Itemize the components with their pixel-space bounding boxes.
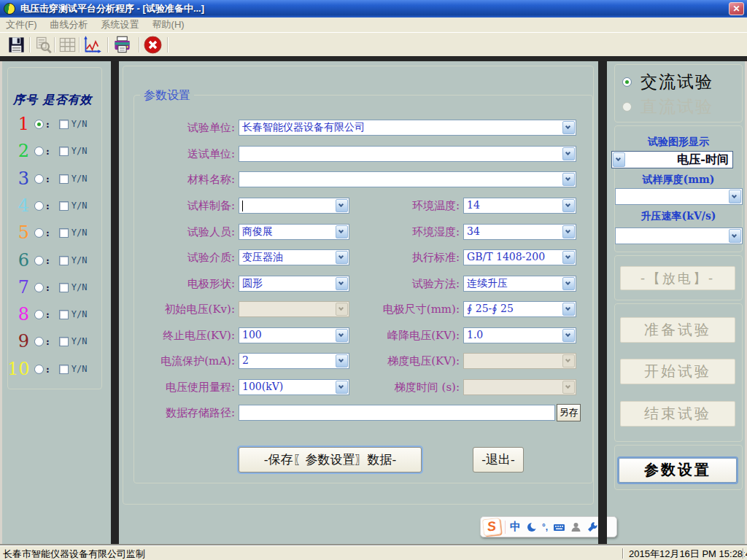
valid-checkbox[interactable]	[59, 310, 69, 319]
valid-checkbox[interactable]	[59, 283, 69, 292]
sending-unit-combobox[interactable]	[239, 146, 576, 162]
current-protection-combobox[interactable]: 2	[239, 353, 349, 369]
sequence-radio[interactable]	[34, 120, 44, 129]
material-name-label: 材料名称:	[130, 171, 235, 187]
standard-combobox[interactable]: GB/T 1408-200	[463, 249, 576, 265]
chevron-down-icon[interactable]	[729, 190, 741, 203]
chevron-down-icon[interactable]	[613, 152, 625, 167]
ac-test-radio[interactable]	[622, 77, 632, 87]
punctuation-icon[interactable]: °,	[542, 522, 548, 532]
stop-icon[interactable]	[143, 35, 163, 55]
ramp-rate-combobox[interactable]	[615, 228, 743, 244]
ime-separator	[505, 521, 506, 534]
sequence-radio[interactable]	[34, 201, 44, 211]
dc-test-label: 直流试验	[640, 96, 713, 118]
electrode-shape-label: 电极形状:	[130, 276, 235, 292]
close-icon[interactable]: ✕	[729, 2, 744, 15]
humidity-combobox[interactable]: 34	[463, 224, 576, 240]
chevron-down-icon[interactable]	[562, 277, 575, 290]
ambient-temp-combobox[interactable]: 14	[463, 198, 576, 214]
person-icon[interactable]	[570, 521, 581, 533]
sequence-radio[interactable]	[34, 337, 44, 346]
menu-item-system-settings[interactable]: 系统设置	[101, 18, 139, 31]
valid-checkbox[interactable]	[59, 174, 69, 184]
electrode-shape-combobox[interactable]: 圆形	[239, 276, 349, 292]
graph-type-combobox[interactable]: 电压-时间	[611, 151, 733, 168]
chevron-down-icon[interactable]	[562, 173, 575, 186]
sequence-radio[interactable]	[34, 310, 44, 319]
sequence-radio[interactable]	[34, 256, 44, 265]
print-icon[interactable]	[112, 35, 132, 55]
sequence-radio[interactable]	[34, 365, 44, 374]
colon: :	[46, 255, 50, 266]
save-as-button[interactable]: 另存	[557, 404, 581, 421]
moon-icon[interactable]	[526, 521, 538, 533]
sample-thickness-combobox[interactable]	[615, 188, 743, 205]
valid-checkbox[interactable]	[59, 256, 69, 265]
initial-voltage-label: 初始电压(Kv):	[130, 301, 235, 317]
valid-checkbox[interactable]	[59, 120, 69, 129]
chevron-down-icon[interactable]	[562, 329, 575, 342]
save-icon[interactable]	[7, 35, 26, 55]
chinese-mode-icon[interactable]: 中	[510, 520, 521, 534]
valid-label: Y/N	[71, 119, 88, 129]
colon: :	[46, 119, 50, 130]
sequence-number: 10	[7, 359, 29, 378]
combobox-value	[619, 228, 727, 244]
menu-item-file[interactable]: 文件(F)	[6, 18, 37, 31]
test-unit-combobox[interactable]: 长春智能仪器设备有限公司	[239, 120, 576, 136]
sequence-radio[interactable]	[34, 283, 44, 292]
sequence-radio[interactable]	[34, 174, 44, 184]
sequence-radio[interactable]	[34, 228, 44, 238]
end-voltage-label: 终止电压(KV):	[130, 327, 235, 343]
print-preview-icon[interactable]	[33, 35, 53, 55]
electrode-size-combobox[interactable]: ∮ 25-∮ 25	[463, 301, 576, 317]
sogou-logo-icon[interactable]: S	[482, 518, 501, 536]
dc-test-radio	[622, 102, 632, 112]
test-medium-combobox[interactable]: 变压器油	[239, 249, 349, 265]
valid-checkbox[interactable]	[59, 337, 69, 346]
operator-combobox[interactable]: 商俊展	[239, 224, 349, 240]
chevron-down-icon[interactable]	[562, 199, 575, 212]
chevron-down-icon[interactable]	[562, 147, 575, 160]
chevron-down-icon[interactable]	[562, 225, 575, 238]
curve-chart-icon[interactable]	[82, 35, 102, 55]
initial-voltage-combobox	[239, 301, 349, 317]
chevron-down-icon[interactable]	[336, 277, 348, 290]
menu-item-curve-analysis[interactable]: 曲线分析	[50, 18, 88, 31]
peak-drop-voltage-combobox[interactable]: 1.0	[463, 327, 576, 343]
keyboard-icon[interactable]	[553, 521, 565, 533]
voltage-range-combobox[interactable]: 100(kV)	[239, 379, 349, 395]
chevron-down-icon[interactable]	[336, 199, 348, 212]
valid-checkbox[interactable]	[59, 365, 69, 374]
chevron-down-icon[interactable]	[562, 303, 575, 316]
menu-item-help[interactable]: 帮助(H)	[152, 18, 185, 31]
chevron-down-icon[interactable]	[562, 121, 575, 134]
gradient-voltage-label: 梯度电压(KV):	[350, 353, 460, 369]
exit-button[interactable]: -退出-	[473, 447, 524, 472]
panel-divider-right	[598, 61, 607, 544]
valid-checkbox[interactable]	[59, 147, 69, 156]
material-name-combobox[interactable]	[239, 171, 576, 187]
test-method-combobox[interactable]: 连续升压	[463, 276, 576, 292]
chevron-down-icon[interactable]	[562, 251, 575, 264]
chevron-down-icon[interactable]	[336, 329, 348, 342]
chevron-down-icon[interactable]	[729, 229, 741, 243]
chevron-down-icon[interactable]	[336, 225, 348, 238]
valid-checkbox[interactable]	[59, 201, 69, 211]
combobox-value: ∮ 25-∮ 25	[467, 302, 561, 316]
sequence-radio[interactable]	[34, 147, 44, 156]
param-settings-button[interactable]: 参数设置	[619, 458, 737, 483]
export-table-icon[interactable]	[58, 35, 77, 55]
data-path-input[interactable]	[239, 405, 555, 421]
chevron-down-icon[interactable]	[336, 381, 348, 394]
chevron-down-icon[interactable]	[336, 354, 348, 368]
save-params-button[interactable]: -保存〖参数设置〗数据-	[239, 447, 422, 472]
end-voltage-combobox[interactable]: 100	[239, 327, 349, 343]
sample-prep-combobox[interactable]	[239, 198, 349, 214]
valid-checkbox[interactable]	[59, 228, 69, 238]
ac-test-label[interactable]: 交流试验	[640, 71, 713, 93]
wrench-icon[interactable]	[587, 521, 598, 533]
combobox-value	[619, 189, 727, 204]
chevron-down-icon[interactable]	[336, 251, 348, 264]
